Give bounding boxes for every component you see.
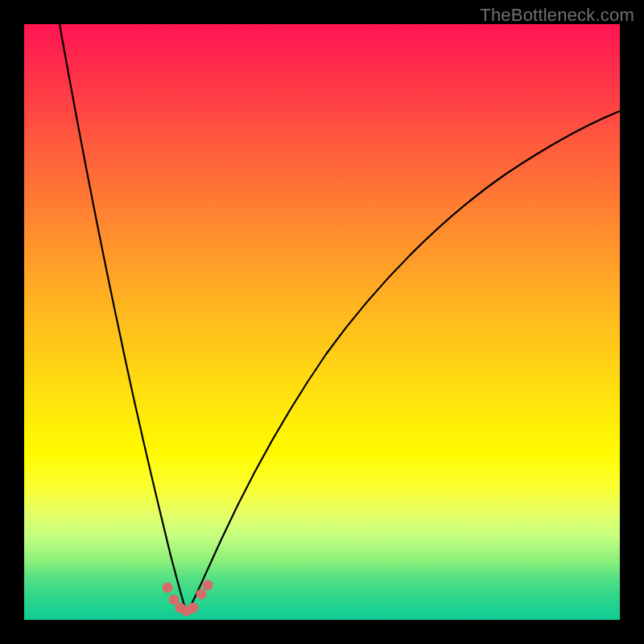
chart-curve-svg bbox=[24, 24, 620, 620]
curve-left-branch bbox=[60, 24, 187, 613]
trough-dot bbox=[203, 580, 213, 591]
trough-dot bbox=[188, 603, 199, 613]
curve-right-branch bbox=[187, 111, 620, 613]
trough-dot bbox=[163, 583, 173, 593]
watermark-text: TheBottleneck.com bbox=[480, 5, 634, 26]
trough-dot bbox=[196, 589, 207, 600]
chart-plot-area bbox=[24, 24, 620, 620]
trough-dots-group bbox=[163, 580, 213, 617]
